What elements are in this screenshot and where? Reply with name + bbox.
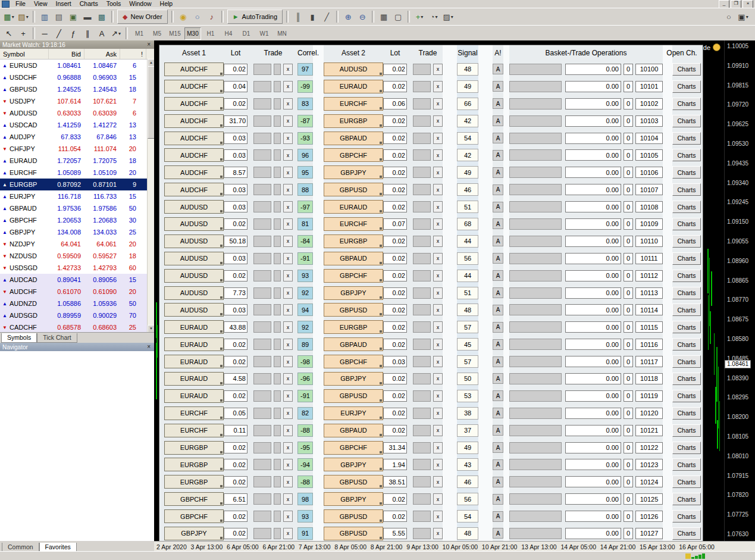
auto-trade-button[interactable]: A	[493, 150, 503, 161]
basket-count-field[interactable]: 0	[624, 528, 633, 539]
new-order-button[interactable]: ◆New Order	[117, 10, 168, 24]
asset1-close-button[interactable]: x	[283, 201, 293, 212]
asset1-trade-button-small[interactable]	[274, 476, 281, 487]
basket-amount-field[interactable]: 0.00	[565, 236, 621, 247]
asset1-trade-button-small[interactable]	[274, 64, 281, 75]
asset2-close-button[interactable]: x	[433, 149, 443, 161]
asset2-button[interactable]: AUDUSD	[324, 62, 383, 76]
auto-trade-button[interactable]: A	[493, 511, 503, 522]
asset1-trade-button[interactable]	[253, 64, 271, 75]
asset2-lot-field[interactable]: 0.07	[383, 218, 407, 230]
market-watch-row[interactable]: ▲GBPUSD1.245251.2454318	[0, 83, 154, 95]
asset2-trade-button[interactable]	[413, 64, 431, 75]
new-chart-icon[interactable]: ▦▾	[2, 10, 15, 23]
asset2-close-button[interactable]: x	[433, 528, 443, 539]
asset2-trade-button[interactable]	[413, 476, 431, 487]
asset2-button[interactable]: GBPUSD	[324, 303, 383, 317]
asset2-lot-field[interactable]: 0.02	[383, 287, 407, 299]
basket-amount-field[interactable]: 0.00	[565, 253, 621, 264]
magic-number-field[interactable]: 10125	[635, 493, 663, 505]
asset2-lot-field[interactable]: 0.02	[383, 149, 407, 161]
asset2-close-button[interactable]: x	[433, 442, 443, 453]
basket-count-field[interactable]: 0	[624, 408, 633, 419]
tab-tick-chart[interactable]: Tick Chart	[37, 333, 77, 343]
asset1-button[interactable]: AUDCHF	[164, 148, 224, 162]
basket-operation-button[interactable]	[509, 64, 562, 75]
asset2-trade-button[interactable]	[413, 81, 431, 92]
basket-count-field[interactable]: 0	[624, 442, 633, 453]
asset1-lot-field[interactable]: 0.02	[224, 528, 248, 539]
asset1-button[interactable]: EURAUD	[164, 389, 224, 403]
candlestick-chart-icon[interactable]: ▮	[306, 10, 319, 23]
basket-operation-button[interactable]	[509, 98, 562, 110]
charts-button[interactable]: Charts	[672, 149, 701, 161]
magic-number-field[interactable]: 10116	[635, 339, 663, 350]
close-button[interactable]: ×	[743, 0, 753, 8]
asset2-lot-field[interactable]: 38.51	[383, 476, 407, 487]
asset2-close-button[interactable]: x	[433, 493, 443, 505]
basket-operation-button[interactable]	[509, 528, 562, 539]
basket-operation-button[interactable]	[509, 373, 562, 384]
navigator-titlebar[interactable]: Navigator ×	[0, 343, 154, 351]
asset2-button[interactable]: EURCHF	[324, 97, 383, 111]
basket-amount-field[interactable]: 0.00	[565, 528, 621, 539]
basket-amount-field[interactable]: 0.00	[565, 201, 621, 212]
asset1-lot-field[interactable]: 0.02	[224, 459, 248, 470]
asset1-button[interactable]: EURAUD	[164, 320, 224, 334]
asset1-lot-field[interactable]: 0.02	[224, 64, 248, 75]
basket-count-field[interactable]: 0	[624, 270, 633, 281]
asset1-close-button[interactable]: x	[283, 356, 293, 367]
menu-view[interactable]: View	[30, 0, 52, 7]
asset1-trade-button[interactable]	[253, 81, 271, 92]
asset2-close-button[interactable]: x	[433, 133, 443, 144]
trendline-icon[interactable]: ╱	[52, 27, 65, 40]
data-window-toggle-icon[interactable]: ▤	[52, 10, 65, 23]
asset2-button[interactable]: EURGBP	[324, 320, 383, 334]
market-watch-row[interactable]: ▲GBPAUD1.975361.9758650	[0, 202, 154, 214]
asset2-button[interactable]: GBPAUD	[324, 337, 383, 351]
charts-button[interactable]: Charts	[672, 80, 701, 93]
asset1-trade-button-small[interactable]	[274, 373, 281, 384]
asset2-trade-button[interactable]	[413, 442, 431, 453]
asset1-lot-field[interactable]: 43.88	[224, 321, 248, 333]
asset1-close-button[interactable]: x	[283, 64, 293, 75]
asset2-close-button[interactable]: x	[433, 115, 443, 127]
asset1-lot-field[interactable]: 0.02	[224, 339, 248, 350]
asset1-trade-button-small[interactable]	[274, 98, 281, 110]
market-watch-row[interactable]: ▲EURAUD1.720571.7207518	[0, 155, 154, 167]
basket-amount-field[interactable]: 0.00	[565, 115, 621, 127]
asset1-trade-button[interactable]	[253, 339, 271, 350]
asset1-button[interactable]: EURCHF	[164, 406, 224, 420]
asset2-trade-button[interactable]	[413, 304, 431, 315]
chart-profile-icon[interactable]: ▣▾	[737, 10, 750, 23]
basket-count-field[interactable]: 0	[624, 98, 633, 110]
asset2-trade-button[interactable]	[413, 287, 431, 299]
asset2-button[interactable]: GBPCHF	[324, 148, 383, 162]
asset2-button[interactable]: EURGBP	[324, 234, 383, 248]
asset1-close-button[interactable]: x	[283, 81, 293, 92]
timeframe-m30[interactable]: M30	[184, 27, 201, 40]
asset1-lot-field[interactable]: 0.02	[224, 476, 248, 487]
asset1-button[interactable]: AUDCHF	[164, 165, 224, 179]
auto-trade-button[interactable]: A	[493, 253, 503, 264]
basket-amount-field[interactable]: 0.00	[565, 64, 621, 75]
market-watch-row[interactable]: ▼CADCHF0.685780.6860325	[0, 321, 154, 333]
basket-operation-button[interactable]	[509, 442, 562, 453]
asset1-close-button[interactable]: x	[283, 218, 293, 230]
basket-amount-field[interactable]: 0.00	[565, 133, 621, 144]
auto-trade-button[interactable]: A	[493, 305, 503, 315]
asset2-lot-field[interactable]: 0.02	[383, 81, 407, 92]
asset1-trade-button[interactable]	[253, 321, 271, 333]
asset1-trade-button-small[interactable]	[274, 528, 281, 539]
auto-trade-button[interactable]: A	[493, 339, 503, 350]
asset1-lot-field[interactable]: 0.04	[224, 81, 248, 92]
asset1-button[interactable]: GBPCHF	[164, 509, 224, 523]
asset1-close-button[interactable]: x	[283, 373, 293, 384]
market-watch-row[interactable]: ▲USDCAD1.412591.4127213	[0, 119, 154, 131]
asset1-lot-field[interactable]: 0.02	[224, 218, 248, 230]
basket-operation-button[interactable]	[509, 287, 562, 299]
asset1-trade-button-small[interactable]	[274, 356, 281, 367]
asset1-trade-button-small[interactable]	[274, 270, 281, 281]
charts-button[interactable]: Charts	[672, 475, 701, 488]
auto-trade-button[interactable]: A	[493, 98, 503, 109]
